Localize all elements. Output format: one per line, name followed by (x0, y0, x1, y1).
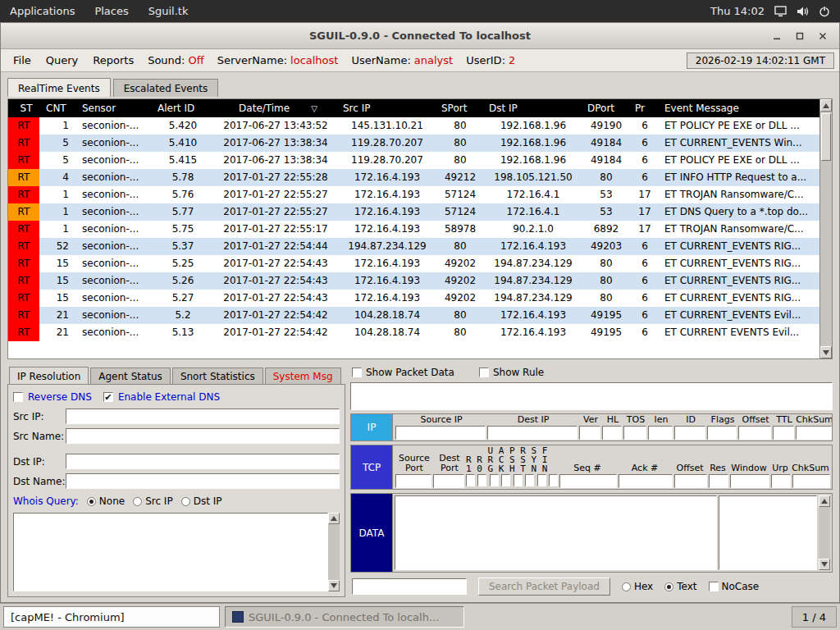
events-scroll-thumb[interactable] (821, 113, 831, 161)
minimize-button[interactable] (767, 27, 787, 45)
payload-scrollbar[interactable] (819, 495, 830, 570)
rule-display-area[interactable] (350, 382, 833, 410)
tcp-offset-field[interactable] (674, 474, 707, 488)
event-row[interactable]: RT 1 seconion-... 5.75 2017-01-27 22:55:… (8, 221, 819, 238)
show-packet-data-checkbox[interactable] (352, 368, 362, 377)
scroll-up-icon[interactable] (820, 99, 832, 112)
tcp-urp-field[interactable] (771, 474, 791, 488)
whois-scroll-down-icon[interactable] (328, 580, 340, 591)
sound-status[interactable]: Sound:Off (141, 54, 211, 66)
menu-query[interactable]: Query (39, 54, 86, 66)
tcp-seq-field[interactable] (559, 474, 617, 488)
close-button[interactable] (813, 27, 833, 45)
ip-flags-field[interactable] (707, 426, 737, 440)
event-row[interactable]: RT 5 seconion-... 5.410 2017-06-27 13:38… (8, 135, 819, 152)
tcp-window-field[interactable] (730, 474, 769, 488)
tab-ip-resolution[interactable]: IP Resolution (9, 367, 89, 384)
workspace-pager[interactable]: 1 / 4 (792, 606, 837, 628)
power-icon[interactable] (819, 6, 830, 17)
payload-scroll-down-icon[interactable] (819, 559, 830, 570)
event-row[interactable]: RT 21 seconion-... 5.13 2017-01-27 22:54… (8, 324, 819, 341)
ip-dest-ip-field[interactable] (487, 426, 578, 440)
col-header-dst-ip[interactable]: Dst IP (484, 99, 582, 117)
tcp-flag-urg-field[interactable] (490, 474, 499, 486)
nocase-option[interactable]: NoCase (709, 581, 760, 592)
tcp-flag-rst-field[interactable] (525, 474, 534, 486)
ip-source-ip-field[interactable] (395, 426, 486, 440)
col-header-cnt[interactable]: CNT (39, 99, 77, 117)
tab-realtime-events[interactable]: RealTime Events (7, 78, 111, 97)
show-packet-data-option[interactable]: Show Packet Data (352, 367, 454, 378)
col-header-dport[interactable]: DPort (582, 99, 630, 117)
col-header-sport[interactable]: SPort (436, 99, 484, 117)
col-header-alert-id[interactable]: Alert ID (153, 99, 213, 117)
tcp-source-port-field[interactable] (395, 474, 431, 488)
tab-snort-statistics[interactable]: Snort Statistics (172, 368, 263, 384)
hex-radio[interactable]: Hex (622, 581, 653, 592)
src-name-input[interactable] (66, 428, 340, 444)
scroll-down-icon[interactable] (820, 346, 832, 358)
event-row[interactable]: RT 15 seconion-... 5.27 2017-01-27 22:54… (8, 290, 819, 307)
whois-scrollbar[interactable] (328, 513, 340, 591)
external-dns-checkbox[interactable] (103, 392, 113, 402)
col-header-src-ip[interactable]: Src IP (338, 99, 436, 117)
payload-scroll-up-icon[interactable] (819, 495, 830, 507)
tcp-chksum-field[interactable] (792, 474, 830, 488)
volume-icon[interactable] (797, 6, 809, 17)
ip-chksum-field[interactable] (796, 426, 832, 440)
ip-ver-field[interactable] (579, 426, 600, 440)
ip-tos-field[interactable] (623, 426, 646, 440)
display-icon[interactable] (774, 6, 787, 17)
text-radio[interactable]: Text (664, 581, 696, 592)
events-scroll-track[interactable] (820, 112, 832, 346)
col-header-event-message[interactable]: Event Message (660, 99, 819, 117)
event-row[interactable]: RT 1 seconion-... 5.76 2017-01-27 22:55:… (8, 186, 819, 203)
col-header-datetime[interactable]: Date/Time▽ (213, 99, 338, 117)
tcp-flag-psh-field[interactable] (514, 474, 523, 486)
menu-places[interactable]: Places (84, 0, 138, 22)
dst-ip-input[interactable] (66, 454, 340, 469)
ip-len-field[interactable] (648, 426, 673, 440)
payload-scroll-track[interactable] (819, 507, 830, 559)
event-row[interactable]: RT 21 seconion-... 5.2 2017-01-27 22:54:… (8, 307, 819, 324)
event-row[interactable]: RT 4 seconion-... 5.78 2017-01-27 22:55:… (8, 169, 819, 186)
tcp-ack-field[interactable] (619, 474, 673, 488)
menu-reports[interactable]: Reports (85, 54, 141, 66)
panel-clock[interactable]: Thu 14:02 (710, 5, 765, 17)
event-row[interactable]: RT 15 seconion-... 5.25 2017-01-27 22:54… (8, 255, 819, 272)
whois-scroll-up-icon[interactable] (328, 513, 340, 524)
menu-file[interactable]: File (6, 54, 39, 66)
whois-src-ip-radio[interactable]: Src IP (133, 495, 172, 507)
tcp-flag-r1-field[interactable] (466, 474, 475, 486)
search-payload-button[interactable]: Search Packet Payload (478, 578, 610, 596)
col-header-sensor[interactable]: Sensor (77, 99, 153, 117)
menu-sguil-tk[interactable]: Sguil.tk (139, 0, 199, 22)
payload-hex-area[interactable] (395, 495, 717, 570)
show-rule-option[interactable]: Show Rule (479, 367, 544, 378)
payload-ascii-area[interactable] (719, 495, 817, 570)
events-scrollbar[interactable] (819, 99, 832, 358)
ip-offset-field[interactable] (738, 426, 771, 440)
tcp-flag-ack-field[interactable] (501, 474, 510, 486)
event-row[interactable]: RT 5 seconion-... 5.415 2017-06-27 13:38… (8, 152, 819, 169)
ip-ttl-field[interactable] (773, 426, 794, 440)
tcp-flag-fin-field[interactable] (549, 474, 558, 486)
tcp-flag-syn-field[interactable] (537, 474, 546, 486)
src-ip-input[interactable] (66, 409, 340, 424)
event-row[interactable]: RT 15 seconion-... 5.26 2017-01-27 22:54… (8, 272, 819, 290)
taskbar-sguil-button[interactable]: SGUIL-0.9.0 - Connected To localh... (225, 606, 464, 628)
show-rule-checkbox[interactable] (479, 368, 489, 377)
reverse-dns-checkbox[interactable] (13, 392, 23, 402)
whois-dst-ip-radio[interactable]: Dst IP (181, 495, 222, 507)
event-row[interactable]: RT 1 seconion-... 5.77 2017-01-27 22:55:… (8, 203, 819, 221)
ip-hl-field[interactable] (602, 426, 622, 440)
col-header-st[interactable]: ST (8, 99, 39, 117)
tcp-dest-port-field[interactable] (433, 474, 464, 488)
tcp-res-field[interactable] (709, 474, 728, 488)
event-row[interactable]: RT 1 seconion-... 5.420 2017-06-27 13:43… (8, 117, 819, 135)
tcp-flag-r0-field[interactable] (477, 474, 486, 486)
taskbar-capme-button[interactable]: [capME! - Chromium] (3, 606, 220, 628)
menu-applications[interactable]: Applications (0, 0, 84, 22)
search-payload-input[interactable] (352, 578, 467, 595)
event-row[interactable]: RT 52 seconion-... 5.37 2017-01-27 22:54… (8, 238, 819, 255)
